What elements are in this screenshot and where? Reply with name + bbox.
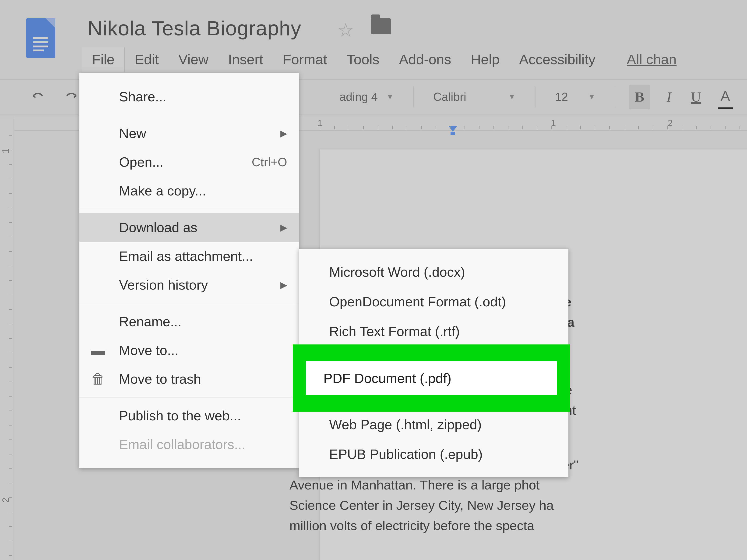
menu-item-publish[interactable]: Publish to the web... (79, 401, 299, 430)
menu-item-copy[interactable]: Make a copy... (79, 176, 299, 205)
bold-button[interactable]: B (629, 85, 650, 109)
menu-edit[interactable]: Edit (125, 47, 169, 72)
redo-icon (65, 90, 78, 104)
submenu-item-epub[interactable]: EPUB Publication (.epub) (299, 439, 568, 469)
menu-item-version-history[interactable]: Version history▶ (79, 271, 299, 299)
chevron-down-icon: ▼ (509, 93, 515, 101)
chevron-right-icon: ▶ (280, 222, 287, 233)
changes-link[interactable]: All chan (617, 47, 686, 72)
star-icon[interactable]: ☆ (337, 19, 354, 41)
menu-item-new[interactable]: New▶ (79, 119, 299, 148)
submenu-item-odt[interactable]: OpenDocument Format (.odt) (299, 287, 568, 316)
menu-item-move-to[interactable]: ▬Move to... (79, 336, 299, 364)
trash-icon: 🗑 (91, 371, 105, 387)
font-value: Calibri (433, 90, 466, 104)
folder-icon[interactable] (371, 18, 391, 34)
menu-item-email-attachment[interactable]: Email as attachment... (79, 242, 299, 271)
menu-item-open[interactable]: Open...Ctrl+O (79, 148, 299, 176)
file-menu-dropdown: Share... New▶ Open...Ctrl+O Make a copy.… (79, 73, 299, 468)
ruler-num: 1 (1, 149, 11, 153)
menu-format[interactable]: Format (273, 47, 337, 72)
font-select[interactable]: Calibri ▼ (428, 90, 521, 104)
menubar: File Edit View Insert Format Tools Add-o… (82, 47, 686, 72)
submenu-item-html[interactable]: Web Page (.html, zipped) (299, 410, 568, 439)
menu-item-trash[interactable]: 🗑Move to trash (79, 364, 299, 393)
document-title[interactable]: Nikola Tesla Biography (87, 16, 301, 40)
underline-button[interactable]: U (688, 85, 704, 109)
menu-item-rename[interactable]: Rename... (79, 307, 299, 336)
folder-icon: ▬ (91, 342, 105, 358)
text: million volts of electricity before the … (289, 518, 534, 533)
indent-marker-icon[interactable] (450, 132, 455, 135)
ruler-vertical[interactable]: 1 2 (0, 119, 14, 560)
undo-button[interactable] (28, 85, 48, 109)
style-value: ading 4 (339, 90, 378, 104)
menu-item-email-collaborators: Email collaborators... (79, 430, 299, 459)
size-value: 12 (555, 90, 568, 104)
menu-file[interactable]: File (82, 47, 125, 72)
menu-item-download-as[interactable]: Download as▶ (79, 213, 299, 242)
docs-logo[interactable] (26, 18, 55, 58)
menu-insert[interactable]: Insert (218, 47, 273, 72)
text: Science Center in Jersey City, New Jerse… (289, 498, 554, 513)
menu-item-share[interactable]: Share... (79, 82, 299, 111)
text-color-button[interactable]: A (718, 85, 733, 109)
menu-tools[interactable]: Tools (337, 47, 389, 72)
ruler-num: 2 (1, 498, 11, 503)
redo-button[interactable] (61, 85, 81, 109)
text: Avenue in Manhattan. There is a large ph… (289, 478, 540, 492)
undo-icon (31, 90, 45, 104)
submenu-item-docx[interactable]: Microsoft Word (.docx) (299, 257, 568, 287)
menu-help[interactable]: Help (461, 47, 509, 72)
chevron-down-icon: ▼ (387, 93, 393, 101)
chevron-down-icon: ▼ (588, 93, 595, 101)
menu-addons[interactable]: Add-ons (389, 47, 461, 72)
ruler-num: 2 (668, 118, 672, 128)
chevron-right-icon: ▶ (280, 280, 287, 290)
tutorial-highlight: PDF Document (.pdf) (293, 345, 570, 412)
italic-button[interactable]: I (664, 85, 674, 109)
submenu-item-rtf[interactable]: Rich Text Format (.rtf) (299, 316, 568, 346)
submenu-item-pdf[interactable]: PDF Document (.pdf) (306, 361, 557, 395)
menu-accessibility[interactable]: Accessibility (509, 47, 605, 72)
shortcut-label: Ctrl+O (252, 155, 287, 169)
menu-view[interactable]: View (169, 47, 218, 72)
chevron-right-icon: ▶ (280, 128, 287, 138)
style-select[interactable]: ading 4 ▼ (334, 90, 399, 104)
size-select[interactable]: 12 ▼ (549, 90, 601, 104)
